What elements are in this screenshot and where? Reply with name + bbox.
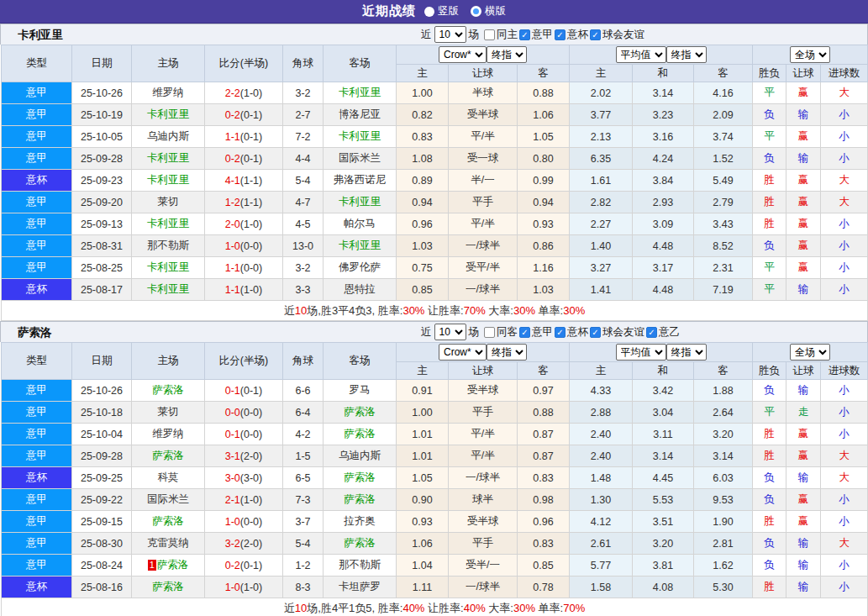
checkbox-checked-icon[interactable]: ✓ [555, 327, 566, 338]
europe-home-odds-cell: 5.77 [570, 555, 633, 577]
europe-company-select[interactable]: 平均值 [616, 46, 666, 63]
match-type-cell: 意杯 [2, 577, 72, 598]
asia-handicap-cell: 平/半 [449, 424, 518, 445]
checkbox-checked-icon[interactable]: ✓ [590, 29, 601, 40]
away-team-cell: 佛罗伦萨 [324, 257, 397, 279]
home-team-cell: 莱切 [132, 192, 205, 213]
corner-cell: 3-2 [283, 82, 324, 104]
europe-away-odds-cell: 3.74 [694, 126, 753, 148]
recent-games-select[interactable]: 10 [434, 324, 466, 340]
handicap-result-cell: 输 [786, 533, 821, 555]
europe-draw-odds-cell: 3.81 [633, 555, 694, 577]
score-cell: 1-0(0-0) [205, 511, 283, 533]
europe-draw-odds-cell: 3.11 [633, 424, 694, 445]
summary-text: 近10场,胜3平4负3, 胜率:30% 让胜率:70% 大率:30% 单率:30… [2, 301, 868, 321]
recent-games-select[interactable]: 10 [434, 26, 466, 43]
asia-away-odds-cell: 0.97 [518, 380, 570, 402]
asia-handicap-cell: 受平/半 [449, 257, 518, 279]
checkbox-unchecked-icon[interactable] [484, 327, 495, 338]
score-cell: 1-1(0-1) [205, 126, 283, 148]
asia-home-odds-cell: 0.82 [397, 104, 449, 126]
goals-result-cell: 大 [821, 170, 868, 192]
summary-text: 近10场,胜4平1负5, 胜率:40% 让胜率:40% 大率:30% 单率:70… [2, 598, 868, 616]
asia-odds-selects: Crow*终指 [397, 45, 570, 65]
match-type-cell: 意甲 [2, 192, 72, 213]
europe-type-select[interactable]: 终指 [666, 46, 707, 63]
match-type-cell: 意甲 [2, 533, 72, 555]
europe-away-odds-cell: 3.14 [694, 445, 753, 467]
handicap-result-cell: 输 [786, 104, 821, 126]
home-team-cell: 卡利亚里 [132, 170, 205, 192]
europe-away-odds-cell: 5.49 [694, 170, 753, 192]
europe-draw-odds-cell: 3.23 [633, 104, 694, 126]
handicap-result-cell: 赢 [786, 213, 821, 235]
europe-draw-odds-cell: 3.09 [633, 213, 694, 235]
match-type-cell: 意杯 [2, 467, 72, 489]
asia-handicap-cell: 一/球半 [449, 235, 518, 257]
asia-company-select[interactable]: Crow* [439, 46, 487, 63]
checkbox-checked-icon[interactable]: ✓ [519, 327, 530, 338]
checkbox-checked-icon[interactable]: ✓ [519, 29, 530, 40]
result-cell: 平 [753, 126, 786, 148]
asia-handicap-cell: 球半 [449, 489, 518, 511]
asia-type-select[interactable]: 终指 [487, 46, 527, 63]
scope-select[interactable]: 全场 [790, 344, 830, 361]
handicap-result-cell: 输 [786, 577, 821, 598]
asia-home-odds-cell: 1.03 [397, 235, 449, 257]
match-row: 意甲25-08-30克雷莫纳3-2(2-0)5-4萨索洛1.06平手0.832.… [2, 533, 868, 555]
checkbox-unchecked-icon[interactable] [484, 29, 495, 40]
vertical-layout-radio[interactable]: 竖版 [424, 4, 459, 18]
handicap-result-cell: 赢 [786, 424, 821, 445]
column-header: 日期 [72, 45, 132, 82]
checkbox-checked-icon[interactable]: ✓ [555, 29, 566, 40]
league-filter-label: 意杯 [567, 28, 588, 42]
horizontal-layout-radio[interactable]: 横版 [471, 4, 506, 18]
asia-home-odds-cell: 1.00 [397, 82, 449, 104]
asia-home-odds-cell: 0.85 [397, 279, 449, 301]
asia-type-select[interactable]: 终指 [487, 344, 527, 361]
europe-away-odds-cell: 2.64 [694, 402, 753, 424]
away-team-cell: 国际米兰 [324, 148, 397, 170]
europe-away-odds-cell: 7.19 [694, 279, 753, 301]
match-row: 意杯25-08-17卡利亚里1-1(1-0)3-3恩特拉0.85一/球半1.03… [2, 279, 868, 301]
goals-result-cell: 大 [821, 82, 868, 104]
match-type-cell: 意甲 [2, 445, 72, 467]
europe-home-odds-cell: 4.12 [570, 511, 633, 533]
goals-result-cell: 大 [821, 192, 868, 213]
layout-radio-group: 竖版 横版 [424, 4, 506, 18]
home-team-cell: 卡利亚里 [132, 104, 205, 126]
home-team-cell: 卡利亚里 [132, 148, 205, 170]
goals-result-cell: 大 [821, 467, 868, 489]
checkbox-checked-icon[interactable]: ✓ [646, 327, 657, 338]
radio-selected-icon [424, 7, 434, 17]
date-cell: 25-10-05 [72, 126, 132, 148]
asia-odds-selects: Crow*终指 [397, 343, 570, 362]
filter-bar: 近10场同客✓意甲✓意杯✓球会友谊✓意乙 [421, 324, 680, 340]
europe-away-odds-cell: 2.81 [694, 533, 753, 555]
asia-home-odds-cell: 0.83 [397, 126, 449, 148]
europe-home-odds-cell: 6.35 [570, 148, 633, 170]
checkbox-checked-icon[interactable]: ✓ [590, 327, 601, 338]
europe-company-select[interactable]: 平均值 [616, 344, 666, 361]
asia-away-odds-cell: 0.85 [518, 555, 570, 577]
sub-column-header: 胜负 [753, 65, 786, 82]
score-cell: 4-1(1-1) [205, 170, 283, 192]
asia-home-odds-cell: 1.00 [397, 402, 449, 424]
league-filter-label: 意甲 [532, 325, 553, 340]
home-team-cell: 科莫 [132, 467, 205, 489]
sub-column-header: 让球 [449, 362, 518, 380]
goals-result-cell: 小 [821, 511, 868, 533]
rank-badge: 1 [148, 560, 156, 571]
asia-away-odds-cell: 0.88 [518, 82, 570, 104]
score-cell: 1-0(1-0) [205, 577, 283, 598]
asia-company-select[interactable]: Crow* [439, 344, 487, 361]
scope-select[interactable]: 全场 [790, 46, 830, 63]
result-cell: 胜 [753, 511, 786, 533]
europe-type-select[interactable]: 终指 [666, 344, 707, 361]
corner-cell: 4-2 [283, 424, 324, 445]
match-type-cell: 意甲 [2, 555, 72, 577]
horizontal-radio-label: 横版 [485, 4, 506, 18]
games-unit-label: 场 [469, 325, 480, 340]
handicap-result-cell: 赢 [786, 445, 821, 467]
score-cell: 2-1(1-0) [205, 489, 283, 511]
